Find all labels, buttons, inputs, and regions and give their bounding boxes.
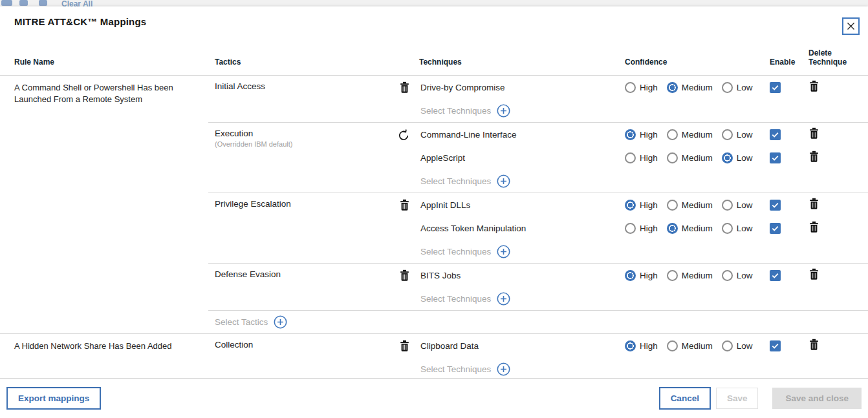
enable-checkbox[interactable] (770, 200, 781, 211)
select-techniques-label: Select Techniques (419, 106, 491, 116)
confidence-option-medium[interactable]: Medium (667, 200, 713, 211)
radio-button[interactable] (667, 82, 678, 93)
radio-button[interactable] (625, 340, 636, 351)
background-clear-all-text: Clear All (61, 0, 92, 6)
confidence-option-low[interactable]: Low (722, 340, 753, 351)
enable-checkbox[interactable] (770, 270, 781, 281)
radio-label: Low (737, 200, 753, 210)
confidence-option-high[interactable]: High (625, 270, 658, 281)
radio-button[interactable] (625, 152, 636, 163)
save-and-close-button[interactable]: Save and close (772, 388, 862, 409)
confidence-option-medium[interactable]: Medium (667, 152, 713, 163)
radio-button[interactable] (625, 223, 636, 234)
enable-checkbox[interactable] (770, 152, 781, 163)
confidence-option-high[interactable]: High (625, 200, 658, 211)
radio-button[interactable] (667, 129, 678, 140)
rule-group: A Hidden Network Share Has Been AddedCol… (0, 333, 868, 378)
radio-button[interactable] (722, 129, 733, 140)
select-techniques-add-button[interactable] (497, 174, 510, 188)
radio-button[interactable] (667, 200, 678, 211)
confidence-option-low[interactable]: Low (722, 152, 753, 163)
confidence-option-high[interactable]: High (625, 340, 658, 351)
close-button[interactable] (842, 17, 860, 35)
confidence-option-high[interactable]: High (625, 82, 658, 93)
select-tactics-add-button[interactable] (274, 315, 287, 329)
technique-name: Drive-by Compromise (419, 83, 625, 92)
select-techniques-add-button[interactable] (497, 104, 510, 118)
enable-checkbox[interactable] (770, 340, 781, 351)
select-techniques-row: Select Techniques (419, 357, 868, 378)
reset-icon-button[interactable] (397, 129, 410, 141)
trash-icon (808, 225, 819, 235)
confidence-option-medium[interactable]: Medium (667, 270, 713, 281)
trash-icon-button[interactable] (808, 268, 819, 280)
radio-button[interactable] (667, 270, 678, 281)
confidence-option-high[interactable]: High (625, 223, 658, 234)
confidence-option-high[interactable]: High (625, 129, 658, 140)
trash-icon (399, 344, 410, 354)
technique-name: Clipboard Data (419, 341, 625, 351)
select-techniques-add-button[interactable] (497, 292, 510, 306)
cancel-button[interactable]: Cancel (659, 387, 711, 410)
trash-icon-button[interactable] (808, 339, 819, 351)
table-body: A Command Shell or Powershell Has been L… (0, 76, 868, 378)
delete-cell (808, 268, 868, 283)
radio-button[interactable] (667, 223, 678, 234)
radio-button[interactable] (722, 82, 733, 93)
confidence-radio-group: HighMediumLow (625, 270, 770, 281)
trash-icon (808, 155, 819, 165)
trash-icon (808, 343, 819, 353)
trash-icon-button[interactable] (808, 80, 819, 92)
radio-button[interactable] (625, 200, 636, 211)
background-page-strip: Clear All (0, 0, 868, 6)
delete-cell (808, 127, 868, 142)
confidence-option-medium[interactable]: Medium (667, 223, 713, 234)
confidence-option-medium[interactable]: Medium (667, 340, 713, 351)
confidence-option-low[interactable]: Low (722, 129, 753, 140)
tactic-name-wrap: Initial Access (215, 81, 265, 91)
select-techniques-add-button[interactable] (497, 245, 510, 258)
trash-icon-button[interactable] (808, 127, 819, 140)
trash-icon-button[interactable] (399, 269, 410, 282)
radio-button[interactable] (625, 82, 636, 93)
radio-button[interactable] (667, 340, 678, 351)
radio-button[interactable] (722, 200, 733, 211)
trash-icon-button[interactable] (399, 199, 410, 211)
tactic-name-wrap: Privilege Escalation (215, 199, 291, 209)
radio-label: High (640, 341, 658, 351)
confidence-option-medium[interactable]: Medium (667, 82, 713, 93)
radio-button[interactable] (625, 129, 636, 140)
confidence-radio-group: HighMediumLow (625, 340, 770, 351)
radio-button[interactable] (722, 223, 733, 234)
radio-button[interactable] (625, 270, 636, 281)
enable-cell (770, 340, 808, 351)
radio-button[interactable] (722, 270, 733, 281)
enable-checkbox[interactable] (770, 82, 781, 93)
confidence-option-low[interactable]: Low (722, 200, 753, 211)
trash-icon-button[interactable] (399, 340, 410, 352)
confidence-option-low[interactable]: Low (722, 270, 753, 281)
trash-icon-button[interactable] (808, 151, 819, 163)
radio-button[interactable] (722, 152, 733, 163)
tactic-name-wrap: Execution(Overridden IBM default) (215, 129, 292, 148)
plus-icon (497, 180, 510, 190)
radio-button[interactable] (667, 152, 678, 163)
technique-row: Clipboard DataHighMediumLow (419, 334, 868, 357)
confidence-option-medium[interactable]: Medium (667, 129, 713, 140)
confidence-option-high[interactable]: High (625, 152, 658, 163)
export-mappings-button[interactable]: Export mappings (6, 387, 101, 410)
delete-cell (808, 198, 868, 213)
trash-icon-button[interactable] (808, 221, 819, 233)
select-techniques-add-button[interactable] (497, 362, 510, 376)
header-enable: Enable (770, 58, 808, 67)
tactic-name: Collection (215, 340, 253, 350)
enable-checkbox[interactable] (770, 223, 781, 234)
trash-icon-button[interactable] (808, 198, 819, 210)
confidence-option-low[interactable]: Low (722, 223, 753, 234)
radio-button[interactable] (722, 340, 733, 351)
confidence-option-low[interactable]: Low (722, 82, 753, 93)
enable-checkbox[interactable] (770, 129, 781, 140)
radio-label: Low (737, 83, 753, 92)
trash-icon-button[interactable] (399, 81, 410, 94)
save-button[interactable]: Save (716, 388, 759, 409)
